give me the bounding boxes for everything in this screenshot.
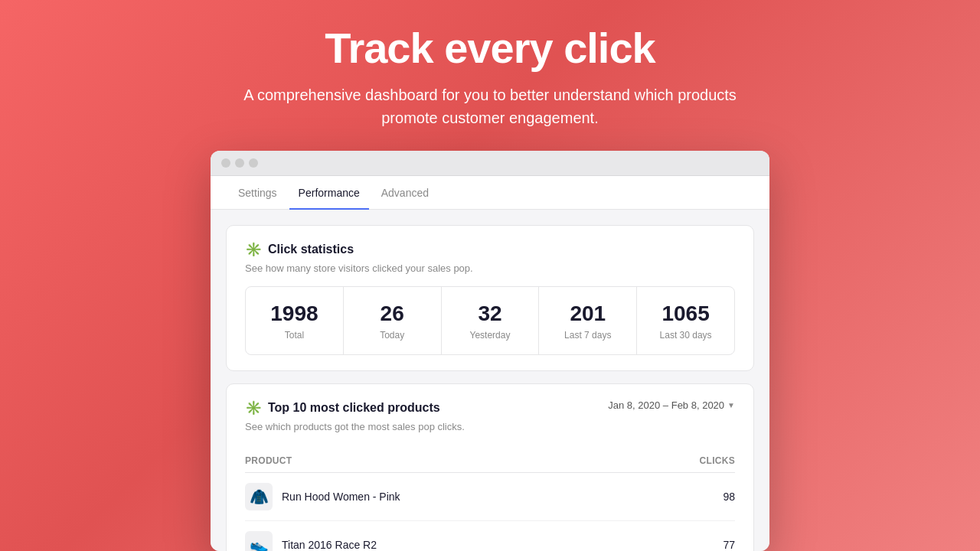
top-products-title-group: ✳️ Top 10 most clicked products See whic… — [245, 399, 465, 445]
hero-subtitle: A comprehensive dashboard for you to bet… — [222, 83, 758, 129]
table-row: 👟 Titan 2016 Race R2 77 — [245, 521, 735, 551]
stat-30days: 1065 Last 30 days — [637, 287, 734, 354]
hero-title: Track every click — [325, 23, 655, 73]
stat-yesterday-label: Yesterday — [451, 330, 530, 341]
table-row: 🧥 Run Hood Women - Pink 98 — [245, 473, 735, 521]
top-products-title: Top 10 most clicked products — [268, 401, 440, 415]
stats-grid: 1998 Total 26 Today 32 Yesterday 201 Las… — [245, 286, 735, 355]
top-products-card: ✳️ Top 10 most clicked products See whic… — [226, 383, 754, 551]
stat-yesterday-value: 32 — [451, 301, 530, 327]
window-dot-expand — [249, 158, 258, 168]
stat-today-value: 26 — [353, 301, 432, 327]
chevron-down-icon: ▼ — [727, 401, 735, 409]
main-content: ✳️ Click statistics See how many store v… — [211, 210, 769, 551]
stat-7days-value: 201 — [548, 301, 627, 327]
stat-yesterday: 32 Yesterday — [442, 287, 540, 354]
browser-bar — [211, 151, 769, 176]
stat-7days: 201 Last 7 days — [539, 287, 637, 354]
window-dot-close — [221, 158, 230, 168]
tab-performance[interactable]: Performance — [289, 176, 369, 210]
stat-7days-label: Last 7 days — [548, 330, 627, 341]
click-statistics-subtitle: See how many store visitors clicked your… — [245, 262, 735, 274]
stat-30days-value: 1065 — [646, 301, 725, 327]
date-range-text: Jan 8, 2020 – Feb 8, 2020 — [608, 399, 724, 411]
sparkle-icon-2: ✳️ — [245, 399, 262, 416]
stat-total-label: Total — [255, 330, 334, 341]
product-clicks-1: 77 — [723, 539, 735, 551]
stat-today: 26 Today — [344, 287, 442, 354]
product-clicks-0: 98 — [723, 491, 735, 503]
tab-settings[interactable]: Settings — [229, 176, 286, 210]
col-header-product: Product — [245, 455, 292, 466]
stat-total: 1998 Total — [246, 287, 344, 354]
click-statistics-card: ✳️ Click statistics See how many store v… — [226, 225, 754, 371]
product-name-1: Titan 2016 Race R2 — [282, 539, 723, 551]
sparkle-icon: ✳️ — [245, 241, 262, 258]
col-header-clicks: Clicks — [700, 455, 735, 466]
stat-total-value: 1998 — [255, 301, 334, 327]
top-products-subtitle: See which products got the most sales po… — [245, 421, 465, 432]
date-range-picker[interactable]: Jan 8, 2020 – Feb 8, 2020 ▼ — [608, 399, 735, 411]
product-thumbnail-0: 🧥 — [245, 483, 273, 510]
product-name-0: Run Hood Women - Pink — [282, 491, 723, 503]
top-products-header-row: ✳️ Top 10 most clicked products See whic… — [245, 399, 735, 445]
tab-advanced[interactable]: Advanced — [372, 176, 438, 210]
click-statistics-title: Click statistics — [268, 243, 354, 256]
table-header: Product Clicks — [245, 449, 735, 473]
stat-today-label: Today — [353, 330, 432, 341]
stat-30days-label: Last 30 days — [646, 330, 725, 341]
card-title-row: ✳️ Click statistics — [245, 241, 735, 258]
top-products-title-row: ✳️ Top 10 most clicked products — [245, 399, 465, 416]
product-thumbnail-1: 👟 — [245, 531, 273, 551]
tab-bar: Settings Performance Advanced — [211, 176, 769, 210]
window-dot-minimize — [235, 158, 244, 168]
browser-window: Settings Performance Advanced ✳️ Click s… — [211, 151, 769, 551]
